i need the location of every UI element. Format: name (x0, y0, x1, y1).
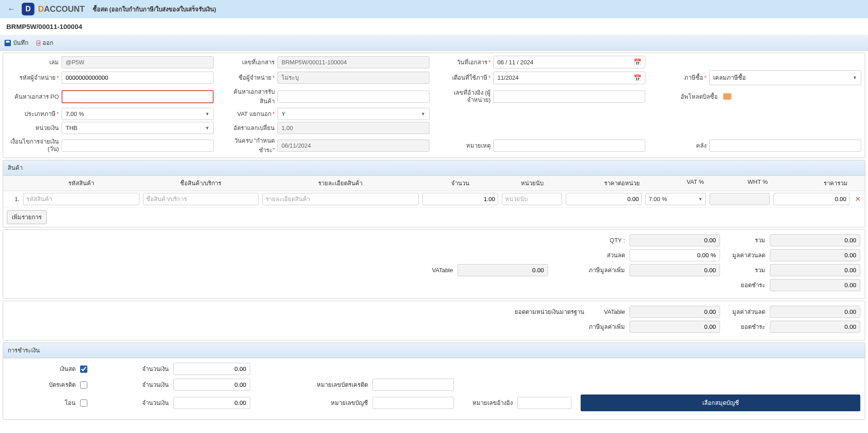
net-value (770, 279, 860, 291)
vendor-name-label: ชื่อผู้จำหน่าย (223, 73, 275, 82)
item-row: 1. 7.00 % ▼ ✕ (3, 191, 865, 207)
item-total-input[interactable] (773, 193, 849, 205)
transfer-amount-input[interactable] (173, 397, 250, 409)
tax-month-input[interactable]: 11/2024 📅 (493, 72, 645, 84)
select-account-button[interactable]: เลือกสมุดบัญชี (581, 395, 860, 411)
ref-input[interactable] (517, 397, 572, 409)
vatable-label: VATable (381, 267, 453, 274)
ref-label: หมายเลขอ้างอิง (463, 398, 513, 408)
exit-icon: ⍈ (37, 39, 40, 46)
acct-ref-input[interactable] (372, 397, 454, 409)
col-detail: รายละเอียดสินค้า (261, 176, 420, 191)
vat2-value (630, 321, 720, 333)
item-price-input[interactable] (566, 193, 642, 205)
items-section-header: สินค้า (3, 160, 865, 176)
warehouse-input[interactable] (709, 140, 861, 152)
item-detail-input[interactable] (262, 193, 419, 205)
qty-value (630, 234, 720, 246)
sum2-label: รวม (725, 265, 765, 275)
book-input (62, 56, 214, 68)
search-po-label: ค้นหาเอกสาร PO (7, 92, 59, 101)
warehouse-label: คลัง (654, 141, 706, 150)
net2-value (770, 321, 860, 333)
totals-panel-1: QTY : รวม ส่วนลด มูลค่าส่วนลด VATable ภา… (3, 229, 865, 299)
sum-value (770, 234, 860, 246)
vat-sep-label: VAT แยกนอก (223, 109, 275, 119)
remark-input[interactable] (493, 140, 645, 152)
payment-section-header: การชำระเงิน (3, 343, 865, 358)
chevron-down-icon: ▼ (853, 75, 857, 80)
currency-label: หน่วยเงิน (7, 123, 59, 133)
std-currency-label: ยอดตามหน่วยเงินมาตรฐาน (494, 307, 584, 317)
transfer-checkbox[interactable] (80, 399, 87, 407)
cash-amount-input[interactable] (173, 363, 250, 375)
qty-label: QTY : (553, 237, 625, 244)
save-label: บันทึก (13, 38, 29, 48)
save-icon (5, 40, 11, 46)
credit-amount-input[interactable] (173, 379, 250, 391)
item-code-input[interactable] (23, 193, 139, 205)
currency-select[interactable]: THB ▼ (62, 122, 214, 134)
col-vat: VAT % (644, 176, 707, 191)
exit-label: ออก (43, 38, 53, 48)
vatable-value (458, 264, 548, 276)
item-vat-select[interactable]: 7.00 % ▼ (645, 193, 706, 205)
calendar-icon: 📅 (634, 74, 641, 82)
delete-row-button[interactable]: ✕ (851, 195, 865, 203)
payment-panel: การชำระเงิน เงินสด จำนวนเงิน บัตรเครดิต … (3, 342, 865, 420)
ref-no-input[interactable] (493, 91, 645, 103)
item-wht-input (710, 193, 770, 205)
book-label: เล่ม (7, 58, 59, 67)
calendar-icon: 📅 (634, 58, 641, 66)
vendor-code-label: รหัสผู้จำหน่าย (7, 73, 59, 82)
docno-label: เลขที่เอกสาร (223, 58, 275, 67)
net2-label: ยอดชำระ (725, 322, 765, 332)
vat-sep-select[interactable]: Y ▼ (277, 108, 429, 120)
search-gr-input[interactable] (277, 91, 429, 103)
vat-type-label: ประเภทภาษี (7, 109, 59, 119)
vendor-code-input[interactable] (62, 72, 214, 84)
docno-input (277, 56, 429, 68)
vat-type-select[interactable]: 7.00 % ▼ (62, 108, 214, 120)
transfer-amount-label: จำนวนเงิน (101, 398, 169, 408)
save-button[interactable]: บันทึก (5, 38, 29, 48)
upload-label: อัพโหลดบิลซื้อ (654, 92, 718, 101)
vat-value (630, 264, 720, 276)
totals-panel-2: ยอดตามหน่วยเงินมาตรฐาน VATable มูลค่าส่ว… (3, 301, 865, 341)
sum2-value (770, 264, 860, 276)
docdate-label: วันที่เอกสาร (439, 58, 491, 67)
credit-amount-label: จำนวนเงิน (101, 380, 169, 390)
search-gr-label: ค้นหาเอกสารรับสินค้า (223, 87, 275, 106)
doc-number-header: BRMP5W/00011-100004 (0, 18, 868, 35)
item-unit-input[interactable] (502, 193, 562, 205)
add-row-button[interactable]: เพิ่มรายการ (7, 210, 47, 224)
vendor-name-input (277, 72, 429, 84)
vat2-label: ภาษีมูลค่าเพิ่ม (553, 322, 625, 332)
cash-checkbox[interactable] (80, 366, 87, 373)
logo-icon: D (22, 3, 34, 15)
card-ref-label: หมายเลขบัตรเครดิต (291, 380, 368, 390)
row-no: 1. (3, 194, 21, 204)
col-wht: WHT % (708, 176, 772, 191)
docdate-input[interactable]: 06 / 11 / 2024 📅 (493, 56, 645, 68)
back-button[interactable]: ← (5, 5, 18, 14)
folder-icon[interactable] (723, 93, 731, 100)
brand: DACCOUNT (38, 5, 85, 14)
terms-input[interactable] (62, 140, 214, 152)
credit-checkbox[interactable] (80, 381, 87, 389)
terms-label: เงื่อนไขการจ่ายเงิน (วัน) (7, 138, 59, 152)
item-qty-input[interactable] (422, 193, 498, 205)
acct-ref-label: หมายเลขบัญชี (291, 398, 368, 408)
card-ref-input[interactable] (372, 379, 454, 391)
col-code: รหัสสินค้า (21, 176, 141, 191)
tax-month-label: เดือนที่ใช้ภาษี (439, 73, 491, 82)
purchase-tax-label: ภาษีซื้อ (654, 73, 706, 82)
discount-input[interactable] (630, 249, 720, 261)
exit-button[interactable]: ⍈ ออก (37, 38, 53, 48)
search-po-input[interactable] (62, 90, 214, 103)
purchase-tax-select[interactable]: เคลมภาษีซื้อ ▼ (709, 70, 861, 85)
chevron-down-icon: ▼ (698, 197, 703, 202)
item-name-input[interactable] (143, 193, 259, 205)
discount-amt-value (770, 249, 860, 261)
vatable2-value (630, 306, 720, 318)
